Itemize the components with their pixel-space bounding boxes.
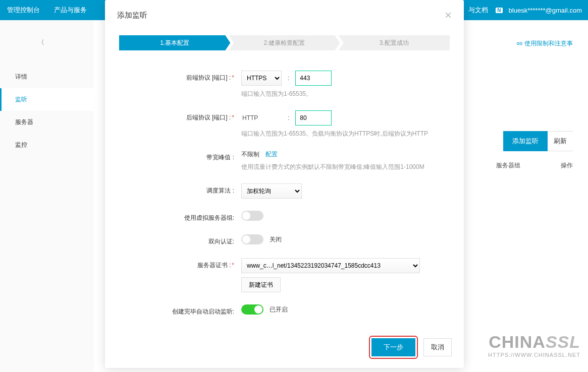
add-listener-modal: 添加监听 × 1.基本配置 2.健康检查配置 3.配置成功 前端协议 [端口] … <box>105 0 464 368</box>
back-icon[interactable]: ‹ <box>41 33 44 49</box>
frontend-port-hint: 端口输入范围为1-65535。 <box>241 90 464 98</box>
cancel-button[interactable]: 取消 <box>423 338 452 356</box>
server-cert-label: 服务器证书 :* <box>161 258 241 270</box>
backend-protocol-label: 后端协议 [端口] :* <box>161 110 241 122</box>
frontend-port-input[interactable] <box>295 71 332 86</box>
server-cert-select[interactable]: www_c…l_net/1345223192034747_1585cdcc413 <box>241 258 420 273</box>
sidebar-item-servers[interactable]: 服务器 <box>0 111 94 134</box>
new-cert-button[interactable]: 新建证书 <box>241 277 281 292</box>
bandwidth-hint: 使用流量计费方式的实例默认不限制带宽峰值;峰值输入范围1-1000M <box>241 163 464 171</box>
auto-start-status: 已开启 <box>270 305 288 314</box>
backend-protocol-value: HTTP <box>241 114 282 121</box>
nav-console[interactable]: 管理控制台 <box>0 6 47 15</box>
bandwidth-unlimited: 不限制 <box>241 150 259 159</box>
notification-badge: N <box>496 8 502 13</box>
backend-port-hint: 端口输入范围为1-65535。负载均衡协议为HTTPS时,后端协议为HTTP <box>241 130 464 138</box>
table-header: 服务器组 操作 <box>496 161 573 170</box>
col-server-group: 服务器组 <box>496 161 520 170</box>
step-indicator: 1.基本配置 2.健康检查配置 3.配置成功 <box>105 30 464 50</box>
link-icon <box>516 40 523 47</box>
close-icon[interactable]: × <box>445 9 452 21</box>
nav-docs[interactable]: 与文档 N <box>462 6 503 15</box>
virtual-server-group-toggle[interactable] <box>241 211 263 221</box>
modal-title: 添加监听 <box>117 11 147 20</box>
frontend-protocol-select[interactable]: HTTPS <box>241 71 282 86</box>
auto-start-toggle[interactable] <box>241 304 263 315</box>
auto-start-label: 创建完毕自动启动监听: <box>161 304 241 316</box>
step-3: 3.配置成功 <box>339 35 450 50</box>
bandwidth-label: 带宽峰值 : <box>161 150 241 162</box>
add-listener-button[interactable]: 添加监听 <box>503 131 548 151</box>
scheduler-label: 调度算法 : <box>161 183 241 195</box>
frontend-protocol-label: 前端协议 [端口] :* <box>161 71 241 82</box>
sidebar-item-listener[interactable]: 监听 <box>0 88 94 111</box>
virtual-server-group-label: 使用虚拟服务器组: <box>161 211 241 222</box>
refresh-button[interactable]: 刷新 <box>548 131 573 151</box>
user-menu[interactable]: bluesk*******@gmail.com <box>509 7 582 14</box>
sidebar: ‹ 详情 监听 服务器 监控 ⋮⋮⋮ <box>0 20 94 372</box>
bandwidth-configure-link[interactable]: 配置 <box>265 150 278 159</box>
sidebar-item-details[interactable]: 详情 <box>0 66 94 88</box>
step-2: 2.健康检查配置 <box>229 35 340 50</box>
sidebar-item-monitor[interactable]: 监控 <box>0 134 94 156</box>
next-button-highlight: 下一步 <box>369 336 418 359</box>
nav-products[interactable]: 产品与服务 <box>47 6 94 15</box>
mutual-auth-toggle[interactable] <box>241 234 263 244</box>
backend-port-input[interactable] <box>295 110 332 126</box>
usage-restrictions-link[interactable]: 使用限制和注意事 <box>516 39 573 48</box>
next-button[interactable]: 下一步 <box>371 338 415 356</box>
mutual-auth-status: 关闭 <box>270 235 282 244</box>
step-1: 1.基本配置 <box>119 35 230 50</box>
mutual-auth-label: 双向认证: <box>161 234 241 246</box>
scheduler-select[interactable]: 加权轮询 <box>241 183 302 199</box>
col-action: 操作 <box>561 161 573 170</box>
